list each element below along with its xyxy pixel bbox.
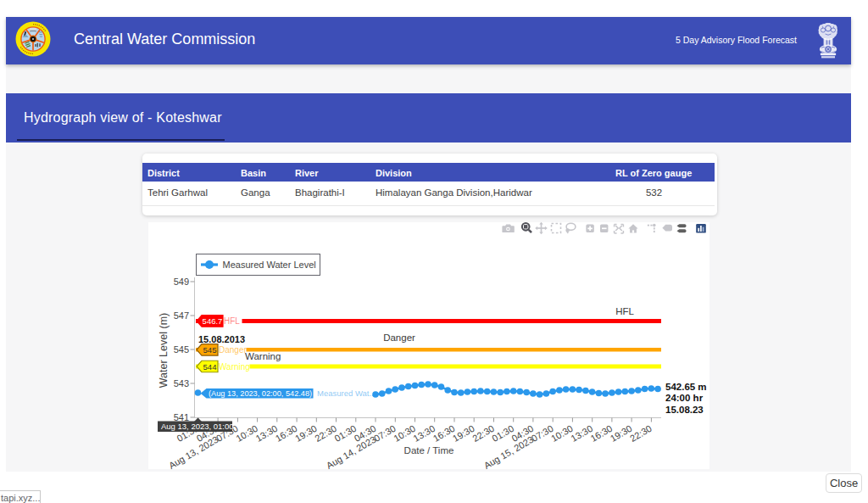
svg-text:Danger: Danger bbox=[219, 345, 247, 355]
svg-text:HFL: HFL bbox=[615, 306, 634, 316]
svg-text:Aug 13, 2023, 01:00: Aug 13, 2023, 01:00 bbox=[161, 422, 234, 431]
svg-text:(Aug 13, 2023, 02:00, 542.48): (Aug 13, 2023, 02:00, 542.48) bbox=[209, 389, 312, 398]
svg-text:545: 545 bbox=[174, 344, 189, 355]
svg-text:24:00 hr: 24:00 hr bbox=[665, 393, 704, 403]
svg-text:546.7: 546.7 bbox=[203, 316, 223, 326]
svg-text:Danger: Danger bbox=[383, 333, 415, 343]
svg-text:Water Level (m): Water Level (m) bbox=[158, 313, 170, 388]
svg-text:542.65 m: 542.65 m bbox=[665, 382, 707, 392]
svg-text:Date / Time: Date / Time bbox=[404, 445, 454, 455]
svg-text:545: 545 bbox=[203, 345, 217, 355]
svg-text:HFL: HFL bbox=[224, 316, 240, 326]
svg-text:Measured Water Level: Measured Water Level bbox=[223, 260, 316, 270]
svg-text:543: 543 bbox=[174, 378, 189, 388]
svg-text:15.08.2013: 15.08.2013 bbox=[198, 334, 245, 344]
svg-text:Measured Wat...: Measured Wat... bbox=[317, 388, 376, 398]
svg-text:541: 541 bbox=[174, 412, 189, 422]
svg-text:Warning: Warning bbox=[245, 351, 281, 361]
svg-text:15.08.23: 15.08.23 bbox=[665, 405, 704, 415]
svg-text:549: 549 bbox=[174, 277, 189, 287]
svg-text:547: 547 bbox=[174, 310, 189, 321]
svg-text:544: 544 bbox=[203, 362, 217, 372]
svg-text:Warning: Warning bbox=[219, 362, 250, 372]
